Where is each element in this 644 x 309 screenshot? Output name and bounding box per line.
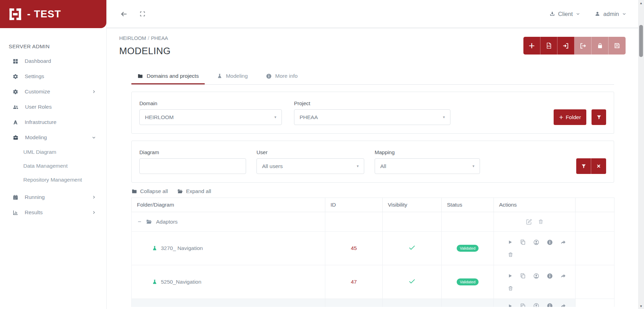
breadcrumb-project[interactable]: PHEAA — [151, 35, 168, 41]
users-icon — [13, 104, 19, 110]
sidebar-item-infrastructure[interactable]: Infrastructure — [0, 115, 106, 130]
flask-icon — [152, 279, 157, 285]
add-button[interactable]: + — [523, 37, 540, 55]
header-id: ID — [325, 198, 383, 212]
sign-in-button[interactable] — [557, 37, 574, 55]
check-icon — [409, 245, 415, 250]
chevron-down-icon — [92, 135, 96, 140]
diagram-input[interactable] — [139, 158, 246, 174]
clear-filter-button[interactable] — [591, 158, 606, 174]
breadcrumb-separator: / — [148, 35, 149, 41]
expand-all-button[interactable]: Expand all — [177, 188, 211, 194]
sidebar-item-data-management[interactable]: Data Management — [0, 159, 106, 173]
info-button[interactable] — [547, 239, 553, 245]
scrollbar-thumb[interactable] — [639, 25, 643, 57]
user-circle-button[interactable] — [533, 303, 539, 307]
filter-button[interactable] — [592, 109, 606, 125]
user-menu-dropdown[interactable]: admin — [595, 11, 626, 17]
sidebar-item-results[interactable]: Results — [0, 205, 106, 220]
scroll-up-button[interactable]: ▲ — [638, 0, 644, 6]
diagram-name[interactable]: 5250_Navigation — [161, 279, 201, 285]
table-row: 3270_ Navigation 45 Validated — [132, 232, 614, 265]
user-circle-button[interactable] — [533, 273, 539, 279]
tab-more-info[interactable]: More info — [260, 68, 304, 84]
client-label: Client — [558, 11, 573, 17]
chevron-right-icon — [92, 210, 96, 215]
user-label: User — [256, 149, 364, 155]
header-visibility: Visibility — [383, 198, 442, 212]
apply-filter-button[interactable] — [576, 158, 591, 174]
file-code-button[interactable] — [540, 37, 557, 55]
app-logo[interactable]: - TEST — [0, 0, 106, 28]
download-icon — [549, 11, 555, 17]
scroll-down-button[interactable]: ▼ — [638, 303, 644, 309]
chevron-right-icon — [92, 195, 96, 199]
folder-open-icon — [146, 219, 152, 225]
page-content: HEIRLOOM/PHEAA MODELING + Domains and pr… — [107, 28, 638, 309]
breadcrumb-domain[interactable]: HEIRLOOM — [119, 35, 146, 41]
user-circle-button[interactable] — [533, 239, 539, 245]
sidebar-item-modeling[interactable]: Modeling — [0, 130, 106, 145]
delete-button[interactable] — [508, 285, 575, 291]
sidebar-item-label: Settings — [25, 73, 44, 80]
info-icon — [266, 73, 272, 79]
tab-label: Domains and projects — [147, 73, 199, 79]
header-folder-diagram: Folder/Diagram — [132, 198, 325, 212]
save-button[interactable] — [609, 37, 626, 55]
share-button[interactable] — [560, 303, 566, 307]
client-dropdown[interactable]: Client — [549, 11, 580, 17]
tab-domains-and-projects[interactable]: Domains and projects — [131, 68, 205, 84]
run-button[interactable] — [508, 303, 513, 307]
project-select[interactable]: PHEAA ▾ — [294, 109, 450, 125]
copy-button[interactable] — [520, 303, 526, 307]
sidebar-item-user-roles[interactable]: User Roles — [0, 99, 106, 115]
folder-icon — [137, 73, 143, 79]
header-status: Status — [442, 198, 494, 212]
tab-modeling[interactable]: Modeling — [211, 68, 254, 84]
edit-button[interactable] — [526, 219, 532, 225]
sidebar-item-customize[interactable]: Customize — [0, 84, 106, 99]
gear-icon — [13, 74, 18, 80]
funnel-icon — [581, 164, 586, 169]
run-button[interactable] — [508, 240, 513, 245]
add-folder-button[interactable]: + Folder — [554, 109, 586, 125]
domain-select[interactable]: HEIRLOOM ▾ — [139, 109, 282, 125]
chevron-down-icon — [622, 12, 626, 16]
sidebar-item-label: Customize — [25, 89, 50, 95]
share-button[interactable] — [560, 240, 566, 245]
diagram-name[interactable]: 3270_ Navigation — [161, 245, 203, 251]
run-button[interactable] — [508, 273, 513, 278]
sidebar-item-repository-management[interactable]: Repository Management — [0, 173, 106, 187]
collapse-all-label: Collapse all — [140, 188, 168, 194]
sign-in-icon — [562, 42, 569, 49]
sidebar-item-label: Dashboard — [25, 58, 51, 64]
lock-icon — [597, 42, 603, 49]
sidebar-item-running[interactable]: Running — [0, 190, 106, 205]
collapse-all-button[interactable]: Collapse all — [131, 188, 168, 194]
folder-name[interactable]: Adaptors — [156, 219, 178, 225]
tab-label: More info — [275, 73, 298, 79]
delete-button[interactable] — [508, 252, 575, 258]
lock-button[interactable] — [592, 37, 609, 55]
folder-icon — [131, 189, 137, 194]
diagram-label: Diagram — [139, 149, 246, 155]
sign-out-button[interactable] — [574, 37, 592, 55]
sidebar-item-settings[interactable]: Settings — [0, 69, 106, 84]
fullscreen-icon[interactable] — [140, 11, 145, 17]
info-button[interactable] — [547, 273, 553, 279]
back-arrow-button[interactable] — [120, 10, 128, 18]
copy-button[interactable] — [520, 239, 526, 245]
folder-row: Adaptors — [132, 212, 614, 232]
user-select[interactable]: All users ▾ — [256, 158, 364, 174]
info-button[interactable] — [547, 303, 553, 307]
collapse-row-button[interactable] — [137, 219, 142, 224]
project-field: Project PHEAA ▾ — [294, 100, 450, 125]
copy-button[interactable] — [520, 273, 526, 279]
mapping-select[interactable]: All ▾ — [375, 158, 480, 174]
delete-button[interactable] — [538, 219, 544, 225]
topbar: Client admin — [107, 0, 638, 28]
sidebar-item-dashboard[interactable]: Dashboard — [0, 53, 106, 69]
select-caret-icon: ▾ — [357, 164, 359, 168]
sidebar-item-uml-diagram[interactable]: UML Diagram — [0, 145, 106, 159]
share-button[interactable] — [560, 273, 566, 279]
